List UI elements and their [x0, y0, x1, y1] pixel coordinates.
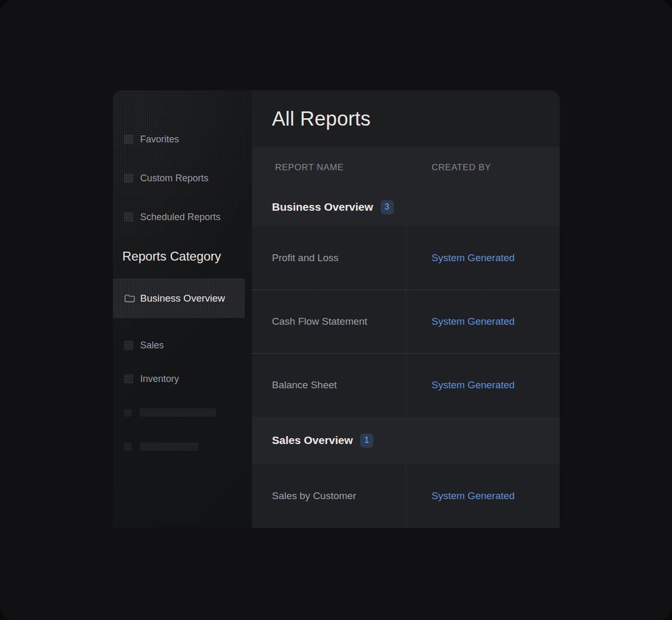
- sidebar-nav-bottom: Sales Inventory: [113, 338, 252, 386]
- sidebar-item-label: Custom Reports: [140, 173, 208, 184]
- group-name: Sales Overview: [272, 434, 353, 447]
- created-by-cell: System Generated: [406, 290, 560, 353]
- sidebar-item-label: Scheduled Reports: [140, 212, 220, 223]
- reports-category-heading: Reports Category: [122, 249, 252, 264]
- skeleton-icon: [124, 409, 132, 417]
- skeleton-bar: [140, 408, 216, 417]
- report-group-business-overview: Business Overview 3 Profit and Loss Syst…: [252, 188, 560, 417]
- app-frame: Favorites Custom Reports Scheduled Repor…: [0, 0, 672, 620]
- table-row-balance-sheet[interactable]: Balance Sheet System Generated: [252, 353, 560, 417]
- report-name: Profit and Loss: [272, 252, 339, 264]
- sidebar-item-inventory[interactable]: Inventory: [124, 371, 252, 386]
- report-name: Balance Sheet: [272, 379, 337, 391]
- created-by-link[interactable]: System Generated: [432, 252, 514, 264]
- table-row-cash-flow-statement[interactable]: Cash Flow Statement System Generated: [252, 290, 560, 353]
- report-name-cell: Sales by Customer: [252, 464, 406, 528]
- group-rows: Profit and Loss System Generated Cash Fl…: [252, 226, 560, 417]
- column-header-created-by: CREATED BY: [406, 162, 560, 173]
- placeholder-icon: [124, 340, 133, 350]
- placeholder-icon: [124, 173, 133, 183]
- report-groups: Business Overview 3 Profit and Loss Syst…: [252, 188, 560, 528]
- placeholder-icon: [124, 135, 133, 144]
- title-band: All Reports: [252, 90, 560, 147]
- report-name-cell: Profit and Loss: [252, 226, 406, 290]
- report-name: Sales by Customer: [272, 490, 356, 502]
- group-rows: Sales by Customer System Generated: [252, 464, 560, 528]
- sidebar-skeleton-group: [113, 408, 252, 451]
- sidebar-item-custom-reports[interactable]: Custom Reports: [124, 171, 252, 185]
- table-header: REPORT NAME CREATED BY: [252, 147, 560, 188]
- table-row-sales-by-customer[interactable]: Sales by Customer System Generated: [252, 464, 560, 528]
- sidebar-skeleton-item: [124, 408, 252, 417]
- report-name-cell: Cash Flow Statement: [252, 290, 406, 353]
- skeleton-icon: [124, 443, 132, 451]
- report-name-cell: Balance Sheet: [252, 354, 406, 417]
- group-name: Business Overview: [272, 201, 373, 213]
- column-header-report-name: REPORT NAME: [252, 162, 406, 173]
- page-title: All Reports: [272, 108, 371, 130]
- placeholder-icon: [124, 374, 133, 384]
- created-by-link[interactable]: System Generated: [432, 316, 514, 327]
- sidebar-skeleton-item: [124, 442, 252, 451]
- count-badge: 1: [360, 433, 373, 448]
- sidebar-item-label: Sales: [140, 340, 164, 351]
- created-by-link[interactable]: System Generated: [432, 379, 514, 391]
- sidebar-item-business-overview[interactable]: Business Overview: [113, 278, 245, 318]
- sidebar-item-favorites[interactable]: Favorites: [124, 132, 252, 147]
- count-badge: 3: [381, 200, 394, 214]
- group-header[interactable]: Business Overview 3: [252, 188, 560, 226]
- sidebar-item-scheduled-reports[interactable]: Scheduled Reports: [124, 210, 252, 224]
- created-by-cell: System Generated: [406, 354, 560, 417]
- folder-icon: [124, 294, 135, 303]
- placeholder-icon: [124, 212, 133, 222]
- created-by-cell: System Generated: [406, 226, 560, 290]
- sidebar-nav-top: Favorites Custom Reports Scheduled Repor…: [113, 132, 252, 224]
- created-by-cell: System Generated: [406, 464, 560, 528]
- sidebar-item-label: Business Overview: [140, 293, 225, 304]
- created-by-link[interactable]: System Generated: [432, 490, 514, 502]
- skeleton-bar: [140, 442, 199, 451]
- sidebar-item-label: Favorites: [140, 134, 179, 145]
- report-name: Cash Flow Statement: [272, 316, 368, 327]
- group-header[interactable]: Sales Overview 1: [252, 417, 560, 464]
- sidebar-item-sales[interactable]: Sales: [124, 338, 252, 353]
- sidebar-item-label: Inventory: [140, 374, 179, 385]
- table-row-profit-and-loss[interactable]: Profit and Loss System Generated: [252, 226, 560, 290]
- reports-panel: All Reports REPORT NAME CREATED BY Busin…: [252, 90, 560, 528]
- report-group-sales-overview: Sales Overview 1 Sales by Customer Syste…: [252, 417, 560, 528]
- sidebar: Favorites Custom Reports Scheduled Repor…: [113, 90, 252, 528]
